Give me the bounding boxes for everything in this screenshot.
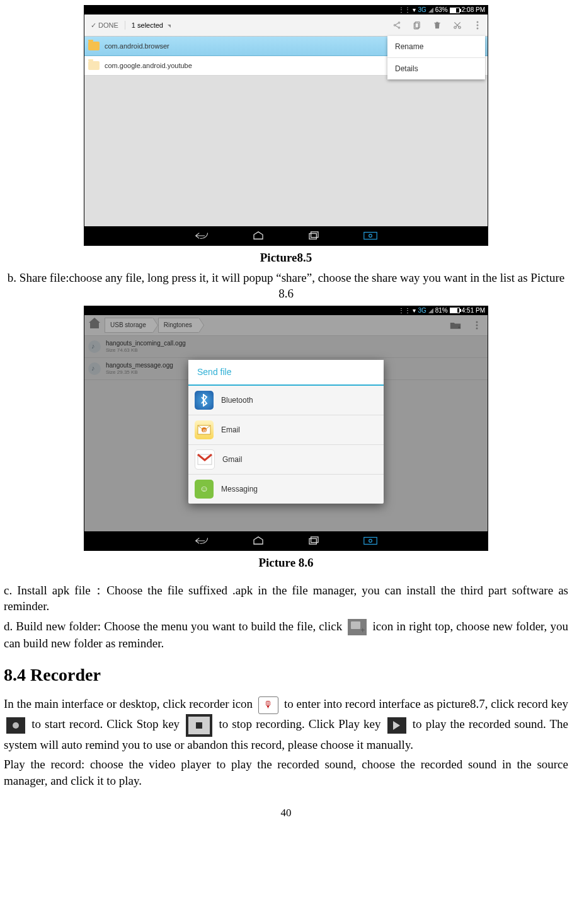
selection-count[interactable]: 1 selected [125, 21, 177, 30]
signal-icon [428, 8, 433, 13]
battery-icon [450, 8, 460, 13]
share-icon[interactable] [387, 14, 407, 36]
share-option-gmail[interactable]: Gmail [188, 445, 384, 475]
svg-rect-14 [364, 233, 377, 240]
context-menu: Rename Details [387, 36, 485, 79]
android-navbar [84, 531, 488, 550]
svg-rect-12 [309, 234, 316, 240]
svg-rect-24 [309, 538, 316, 544]
svg-point-1 [394, 25, 395, 26]
svg-point-27 [369, 540, 372, 543]
screenshot-picture-8-6: ⋮⋮ ▾ 3G 81% 4:51 PM USB storage Ringtone… [84, 306, 488, 551]
paragraph-c: c. Install apk file：Choose the file suff… [4, 582, 568, 615]
svg-point-0 [398, 22, 399, 23]
wifi-icon: ▾ [413, 306, 416, 315]
messaging-icon: ☺ [195, 480, 214, 499]
statusbar: ⋮⋮ ▾ 3G 63% 2:08 PM [84, 6, 488, 14]
network-3g: 3G [418, 6, 426, 14]
menu-item-rename[interactable]: Rename [387, 36, 485, 58]
svg-rect-5 [436, 22, 438, 23]
cut-icon[interactable] [447, 14, 467, 36]
svg-point-15 [369, 234, 372, 238]
caption-picture-8-5: Picture8.5 [4, 250, 568, 266]
screenshot-picture-8-5: ⋮⋮ ▾ 3G 63% 2:08 PM ✓ DONE 1 selected [84, 5, 488, 246]
send-file-dialog: Send file Bluetooth @ Email Gmail [188, 360, 384, 504]
paragraph-play-record: Play the record: choose the video player… [4, 756, 568, 788]
rec-text-2: to enter into record interface as pictur… [284, 697, 568, 710]
copy-icon[interactable] [407, 14, 427, 36]
svg-rect-25 [311, 537, 318, 543]
statusbar: ⋮⋮ ▾ 3G 81% 4:51 PM [84, 306, 488, 315]
bluetooth-icon [195, 391, 214, 410]
share-option-email[interactable]: @ Email [188, 415, 384, 445]
paragraph-b: b. Share file:choose any file, long pres… [4, 270, 568, 302]
stop-button-icon [186, 714, 212, 737]
dialog-title: Send file [188, 360, 384, 386]
battery-pct: 63% [435, 6, 448, 14]
share-option-messaging[interactable]: ☺ Messaging [188, 475, 384, 504]
recorder-app-icon [258, 696, 278, 714]
trash-icon[interactable] [427, 14, 447, 36]
recent-apps-icon[interactable] [308, 536, 319, 545]
share-option-label: Bluetooth [221, 395, 253, 405]
folder-icon [88, 42, 100, 50]
signal-icon [428, 308, 433, 313]
share-option-bluetooth[interactable]: Bluetooth [188, 386, 384, 415]
screenshot-icon[interactable] [363, 231, 377, 240]
back-icon[interactable] [195, 231, 209, 240]
selection-count-label: 1 selected [132, 21, 163, 29]
rec-text-4: to stop recording. Click Play key [219, 717, 384, 731]
rec-text-3: to start record. Click Stop key [31, 717, 183, 731]
gmail-icon [195, 449, 215, 470]
paragraph-d-text-1: d. Build new folder: Choose the menu you… [4, 620, 345, 633]
page-number: 40 [4, 806, 568, 821]
share-option-label: Messaging [221, 484, 258, 494]
share-option-label: Gmail [222, 454, 242, 465]
svg-rect-26 [364, 537, 377, 544]
new-folder-icon [348, 619, 367, 635]
wifi-icon: ▾ [413, 6, 416, 14]
folder-icon [88, 61, 100, 70]
network-3g: 3G [418, 306, 426, 315]
screenshot-icon[interactable] [363, 536, 377, 545]
rec-text-1: In the main interface or desktop, click … [4, 697, 256, 710]
svg-rect-6 [434, 23, 440, 23]
debug-icon: ⋮⋮ [398, 6, 411, 14]
svg-point-9 [477, 21, 479, 23]
battery-icon [450, 308, 460, 313]
clock: 2:08 PM [462, 6, 485, 14]
recent-apps-icon[interactable] [308, 231, 319, 240]
file-row-label: com.google.android.youtube [105, 61, 192, 71]
email-icon: @ [195, 420, 214, 439]
section-heading-recorder: 8.4 Recorder [4, 663, 568, 687]
menu-item-details[interactable]: Details [387, 58, 485, 79]
svg-point-11 [477, 28, 479, 30]
paragraph-d: d. Build new folder: Choose the menu you… [4, 618, 568, 652]
clock: 4:51 PM [462, 306, 485, 315]
paragraph-recorder: In the main interface or desktop, click … [4, 696, 568, 753]
android-navbar [84, 226, 488, 245]
home-icon[interactable] [253, 231, 264, 240]
record-button-icon [6, 717, 25, 734]
chevron-down-icon [168, 25, 171, 28]
battery-pct: 81% [435, 306, 448, 315]
svg-text:@: @ [203, 429, 207, 432]
svg-rect-13 [311, 232, 318, 238]
svg-point-2 [398, 27, 399, 28]
overflow-icon[interactable] [467, 14, 488, 36]
share-option-label: Email [221, 425, 240, 435]
svg-point-10 [477, 25, 479, 26]
done-button[interactable]: ✓ DONE [84, 21, 125, 30]
play-button-icon [387, 717, 406, 734]
back-icon[interactable] [195, 536, 209, 545]
debug-icon: ⋮⋮ [398, 306, 411, 315]
file-row-label: com.android.browser [105, 42, 169, 51]
selection-actionbar: ✓ DONE 1 selected [84, 14, 488, 37]
caption-picture-8-6: Picture 8.6 [4, 555, 568, 571]
home-icon[interactable] [253, 536, 264, 545]
